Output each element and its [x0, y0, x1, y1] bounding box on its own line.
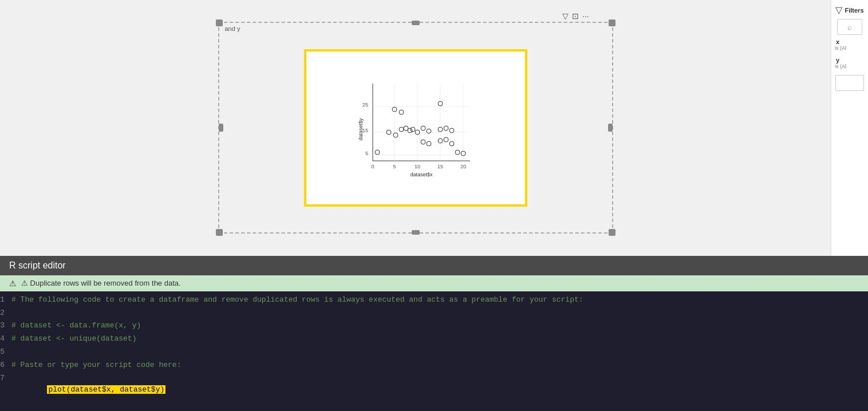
highlighted-code: plot(dataset$x, dataset$y) [47, 385, 165, 394]
svg-text:15: 15 [437, 164, 443, 169]
warning-bar: ⚠ ⚠ Duplicate rows will be removed from … [0, 275, 868, 291]
line-content-5 [11, 346, 16, 358]
search-icon: ⌕ [847, 23, 852, 31]
resize-handle-right[interactable] [608, 124, 613, 132]
code-line-6: 6 # Paste or type your script code here: [0, 359, 868, 372]
svg-text:5: 5 [365, 151, 368, 156]
line-num-2: 2 [0, 307, 11, 319]
svg-point-41 [449, 141, 454, 146]
svg-text:dataset$y: dataset$y [358, 118, 364, 141]
code-line-7: 7 plot(dataset$x, dataset$y) [0, 372, 868, 409]
svg-point-36 [427, 141, 431, 146]
line-content-1: # The following code to create a datafra… [11, 294, 583, 306]
code-area[interactable]: 1 # The following code to create a dataf… [0, 291, 868, 411]
code-line-1: 1 # The following code to create a dataf… [0, 294, 868, 307]
focus-icon[interactable]: ⊡ [572, 11, 579, 21]
svg-text:20: 20 [460, 164, 465, 169]
svg-point-22 [399, 127, 404, 132]
line-num-5: 5 [0, 346, 11, 358]
svg-point-33 [399, 110, 404, 114]
svg-point-25 [411, 127, 415, 132]
line-num-1: 1 [0, 294, 11, 306]
svg-point-28 [427, 129, 431, 133]
filter-label: Filters [845, 7, 863, 14]
filter-x-subtext: is (Al [835, 45, 865, 51]
line-num-7: 7 [0, 373, 11, 385]
filters-panel: ▽ Filters ⌕ x is (Al y is (Al [831, 0, 868, 256]
scatter-plot-svg: 5 15 25 0 5 10 15 20 [356, 78, 476, 178]
svg-text:5: 5 [393, 164, 396, 169]
svg-point-19 [375, 150, 380, 155]
filter-extra-box [835, 75, 864, 91]
warning-icon: ⚠ [9, 279, 17, 288]
editor-title: R script editor [9, 260, 66, 270]
line-num-4: 4 [0, 333, 11, 345]
line-content-6: # Paste or type your script code here: [11, 359, 181, 372]
filter-funnel-icon[interactable]: ▽ [835, 5, 842, 15]
filter-x-field: x is (Al [835, 38, 865, 51]
more-icon[interactable]: ··· [582, 11, 589, 21]
svg-point-38 [455, 150, 460, 155]
resize-handle-tr[interactable] [609, 19, 616, 26]
svg-text:dataset$x: dataset$x [410, 172, 433, 177]
filter-top-row: ▽ Filters [835, 5, 865, 15]
line-content-4: # dataset <- unique(dataset) [11, 333, 136, 345]
line-content-3: # dataset <- data.frame(x, y) [11, 320, 141, 332]
line-num-6: 6 [0, 359, 11, 372]
viz-canvas: ▽ ⊡ ··· and y 5 15 25 [0, 0, 831, 256]
line-content-2 [11, 307, 16, 319]
resize-handle-br[interactable] [609, 229, 616, 236]
filter-y-name: y [835, 57, 863, 64]
resize-handle-bottom[interactable] [412, 230, 420, 235]
svg-point-27 [421, 126, 425, 131]
top-area: ▽ ⊡ ··· and y 5 15 25 [0, 0, 868, 256]
editor-header: R script editor [0, 256, 868, 275]
filter-icon[interactable]: ▽ [562, 11, 569, 21]
filter-search-box[interactable]: ⌕ [837, 19, 862, 35]
resize-handle-bl[interactable] [216, 229, 223, 236]
resize-handle-top[interactable] [412, 21, 420, 25]
svg-text:25: 25 [362, 102, 368, 108]
resize-handle-tl[interactable] [216, 19, 223, 26]
resize-handle-left[interactable] [219, 124, 223, 132]
svg-point-35 [421, 140, 425, 144]
code-line-2: 2 [0, 307, 868, 320]
warning-text: ⚠ Duplicate rows will be removed from th… [21, 279, 181, 287]
line-content-7: plot(dataset$x, dataset$y) [11, 373, 165, 408]
filter-y-field: y is (Al [835, 57, 865, 69]
svg-text:10: 10 [414, 164, 420, 169]
svg-text:0: 0 [371, 164, 374, 169]
yellow-plot: 5 15 25 0 5 10 15 20 [304, 49, 527, 207]
svg-point-40 [444, 137, 448, 142]
svg-point-21 [393, 133, 398, 137]
and-y-label: and y [225, 25, 240, 32]
filter-y-subtext: is (Al [835, 64, 865, 69]
line-num-3: 3 [0, 320, 11, 332]
code-line-3: 3 # dataset <- data.frame(x, y) [0, 319, 868, 333]
viz-toolbar: ▽ ⊡ ··· [562, 11, 589, 21]
filter-x-name: x [835, 38, 863, 45]
svg-point-30 [444, 126, 448, 131]
code-line-4: 4 # dataset <- unique(dataset) [0, 333, 868, 346]
editor-section: R script editor ⚠ ⚠ Duplicate rows will … [0, 256, 868, 411]
dotted-container: ▽ ⊡ ··· and y 5 15 25 [218, 22, 613, 234]
code-line-5: 5 [0, 346, 868, 359]
